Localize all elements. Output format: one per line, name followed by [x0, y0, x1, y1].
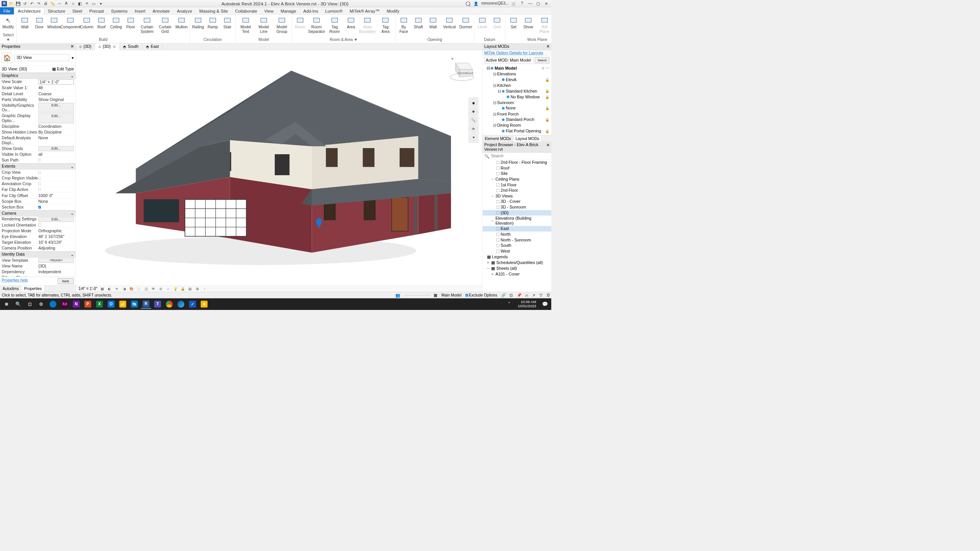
search-mods-button[interactable]: Search — [535, 57, 549, 64]
browser-item[interactable]: Roof — [483, 165, 551, 171]
shadows-icon[interactable]: ◑ — [122, 286, 126, 291]
crop-icon[interactable]: ⬚ — [137, 286, 141, 291]
browser-item[interactable]: −Elevations (Building Elevation) — [483, 216, 551, 226]
maximize-icon[interactable]: ▢ — [535, 1, 541, 7]
zoom-icon[interactable]: 🔍 — [470, 117, 477, 124]
constraints-icon[interactable]: 🔒 — [180, 286, 185, 291]
browser-item[interactable]: 2nd Floor - Floor Framing — [483, 160, 551, 165]
visual-style-icon[interactable]: ◐ — [107, 286, 112, 291]
prop-value[interactable]: Coordination — [38, 124, 74, 129]
prop-value[interactable] — [38, 176, 74, 180]
tool-curtain-grid[interactable]: CurtainGrid — [157, 16, 174, 37]
nav-dropdown-icon[interactable]: ▾ — [470, 134, 477, 141]
tool-area[interactable]: Area — [344, 16, 358, 37]
todo-icon[interactable]: ✓ — [187, 300, 198, 309]
prop-value[interactable]: <None> — [38, 258, 74, 262]
menu-tab-view[interactable]: View — [261, 7, 277, 15]
prop-value[interactable]: Edit... — [38, 113, 74, 123]
prop-value[interactable]: Edit... — [38, 103, 74, 112]
close-panel-icon[interactable]: ✕ — [70, 44, 74, 49]
prop-value[interactable]: None — [38, 199, 74, 204]
detail-level-icon[interactable]: ▦ — [100, 286, 105, 291]
edit-type-button[interactable]: Edit Type — [57, 67, 74, 71]
tool-ceiling[interactable]: Ceiling — [109, 16, 123, 37]
menu-tab-steel[interactable]: Steel — [69, 7, 86, 15]
browser-item[interactable]: North - Sunroom — [483, 237, 551, 243]
scale-label[interactable]: 1/4" = 1'-0" — [78, 287, 97, 291]
mods-tree-node[interactable]: ⊟Elevations — [483, 71, 551, 77]
print-icon[interactable]: 🖨 — [43, 1, 49, 7]
file-explorer-icon[interactable]: 📁 — [118, 300, 128, 309]
prop-value[interactable]: {3D} — [38, 264, 74, 268]
tool-set[interactable]: Set — [507, 16, 521, 37]
mod-subtab[interactable]: Layout MODs — [513, 136, 542, 142]
tool-curtain-system[interactable]: CurtainSystem — [139, 16, 156, 37]
select-pinned-icon[interactable]: 📌 — [517, 293, 521, 297]
cart-icon[interactable]: 🛒 — [511, 1, 517, 7]
tree-node-main[interactable]: ⊟Main Model≡ ⋯ — [483, 65, 551, 71]
browser-item[interactable]: 3D - Cover — [483, 199, 551, 205]
mods-tree-node[interactable]: ⊟Standard Kitchen🔒 — [483, 88, 551, 94]
browser-item[interactable]: 1st Floor — [483, 182, 551, 188]
home-icon[interactable]: ⌂ — [71, 1, 76, 7]
prop-value[interactable] — [38, 170, 74, 174]
search-taskbar-icon[interactable]: 🔍 — [13, 300, 23, 309]
tool-model-text[interactable]: ModelText — [237, 16, 254, 37]
start-button[interactable]: ⊞ — [1, 300, 11, 309]
mods-tree-node[interactable]: ⊟Front Porch — [483, 111, 551, 117]
unhide-icon[interactable]: 👁 — [151, 286, 156, 291]
tool-tag-room[interactable]: TagRoom — [326, 16, 343, 37]
outlook-icon[interactable]: O — [106, 300, 116, 309]
prop-value[interactable]: Edit... — [38, 146, 74, 151]
teams-icon[interactable]: T — [152, 300, 163, 309]
browser-item[interactable]: −Ceiling Plans — [483, 176, 551, 182]
redo-icon[interactable]: ↷ — [36, 1, 42, 7]
chrome-icon[interactable] — [164, 300, 175, 309]
browser-item[interactable]: West — [483, 248, 551, 254]
tool-room-separator[interactable]: RoomSeparator — [308, 16, 325, 37]
view-tab[interactable]: ⌂{3D}✕ — [95, 44, 119, 50]
mods-tree-node[interactable]: Standard Porch🔒 — [483, 117, 551, 122]
worksets-status-icon[interactable]: 👥 — [395, 293, 400, 297]
close-browser-icon[interactable]: ✕ — [546, 142, 550, 152]
orbit-icon[interactable]: ⟳ — [470, 125, 477, 132]
undo-icon[interactable]: ↶ — [29, 1, 35, 7]
mods-tree-node[interactable]: None🔒 — [483, 106, 551, 111]
minimize-icon[interactable]: — — [527, 1, 533, 7]
store-icon[interactable]: 🛍 — [129, 300, 140, 309]
analytic-icon[interactable]: ⌂ — [166, 286, 170, 291]
reveal-icon[interactable]: 💡 — [173, 286, 178, 291]
full-nav-wheel-icon[interactable]: ◉ — [470, 99, 477, 106]
powerpoint-icon[interactable]: P — [83, 300, 93, 309]
view-cube[interactable]: FRONT RIGHT — [448, 54, 476, 82]
browser-item[interactable]: South — [483, 243, 551, 249]
menu-tab-systems[interactable]: Systems — [108, 7, 131, 15]
properties-help-link[interactable]: Properties help — [2, 278, 28, 284]
prop-value[interactable]: None — [38, 135, 74, 145]
menu-tab-modify[interactable]: Modify — [383, 7, 403, 15]
menu-tab-mitekarray[interactable]: MiTek® Array™ — [346, 7, 383, 15]
tool-tag-area[interactable]: TagArea — [377, 16, 394, 37]
tool-by-face[interactable]: ByFace — [397, 16, 411, 37]
view-tab[interactable]: ⌂{3D} — [76, 44, 95, 50]
prop-value[interactable]: Show Original — [38, 97, 74, 102]
prop-tab-properties[interactable]: Properties — [21, 285, 44, 292]
close-views-icon[interactable]: ▭ — [91, 1, 97, 7]
search-input[interactable] — [491, 154, 549, 158]
apply-button[interactable]: Apply — [57, 278, 74, 284]
tool-modify[interactable]: ↖Modify — [1, 16, 15, 33]
menu-tab-architecture[interactable]: Architecture — [14, 7, 44, 15]
menu-tab-insert[interactable]: Insert — [131, 7, 149, 15]
tool-railing[interactable]: Railing — [191, 16, 205, 37]
tool-wall[interactable]: Wall — [426, 16, 440, 37]
xd-icon[interactable]: Xd — [59, 300, 70, 309]
close-layout-mods-icon[interactable]: ✕ — [546, 44, 550, 49]
revit-logo-icon[interactable]: R — [2, 1, 7, 7]
browser-item[interactable]: East — [483, 226, 551, 232]
tool-component[interactable]: Component — [62, 16, 79, 37]
dropdown-icon[interactable]: ▾ — [72, 55, 74, 60]
tool-floor[interactable]: Floor — [124, 16, 137, 37]
user-icon[interactable]: 👤 — [473, 1, 479, 7]
prop-value[interactable]: Edit... — [38, 217, 74, 221]
menu-tab-analyze[interactable]: Analyze — [173, 7, 196, 15]
